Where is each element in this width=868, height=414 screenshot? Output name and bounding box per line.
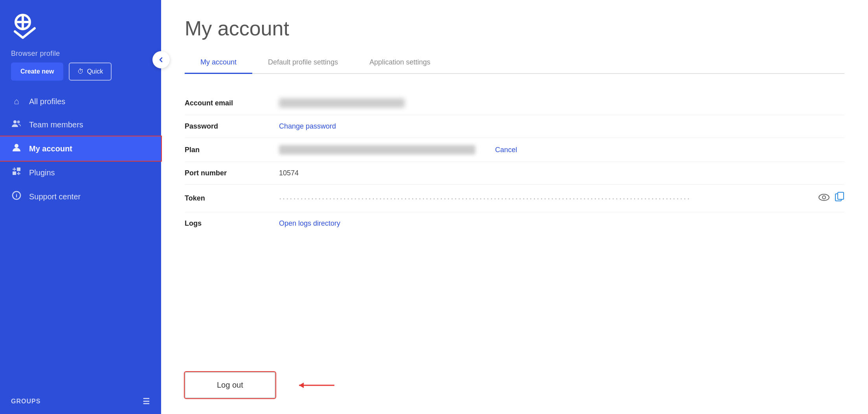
nav-support-center-label: Support center [29,192,81,201]
browser-profile-label: Browser profile [0,50,161,63]
svg-rect-6 [13,171,16,175]
app-logo [0,0,161,50]
token-label: Token [185,194,263,202]
logs-label: Logs [185,219,263,228]
sidebar: Browser profile Create new ⏱ Quick ⌂ All… [0,0,161,414]
account-email-value [279,98,844,108]
main-content: My account My account Default profile se… [161,0,868,414]
home-icon: ⌂ [11,96,22,107]
account-icon [11,143,22,155]
quick-button[interactable]: ⏱ Quick [69,63,112,81]
svg-point-4 [17,121,20,123]
token-copy-icon[interactable] [835,192,844,205]
nav-support-center[interactable]: i Support center [0,184,161,209]
account-email-blurred [279,98,405,108]
red-arrow-icon [295,377,338,393]
plan-label: Plan [185,146,263,154]
token-value: ········································… [279,192,844,205]
password-row: Password Change password [185,115,844,138]
team-icon [11,119,22,130]
tab-application-settings[interactable]: Application settings [354,52,446,74]
svg-text:i: i [16,193,17,199]
logs-row: Logs Open logs directory [185,212,844,235]
svg-point-3 [13,120,17,123]
account-email-label: Account email [185,99,263,107]
svg-point-11 [822,196,826,199]
password-value: Change password [279,122,844,131]
quick-icon: ⏱ [77,68,84,75]
cancel-plan-link[interactable]: Cancel [495,146,517,154]
change-password-link[interactable]: Change password [279,122,336,130]
svg-rect-13 [838,192,844,199]
arrow-annotation [295,377,338,393]
nav-all-profiles[interactable]: ⌂ All profiles [0,90,161,113]
token-row: Token ··································… [185,185,844,212]
logout-button[interactable]: Log out [185,372,275,398]
account-email-row: Account email [185,91,844,115]
sidebar-groups-section: GROUPS ☰ [0,389,161,406]
nav-all-profiles-label: All profiles [29,97,65,106]
nav-plugins-label: Plugins [29,168,55,177]
password-label: Password [185,122,263,131]
tabs-bar: My account Default profile settings Appl… [185,52,844,74]
groups-filter-icon[interactable]: ☰ [143,397,150,406]
account-form: Account email Password Change password P… [161,74,868,364]
sidebar-toggle-button[interactable] [152,51,170,68]
quick-label: Quick [87,68,103,75]
groups-label: GROUPS [11,398,40,405]
svg-marker-15 [299,383,304,388]
info-icon: i [11,191,22,202]
create-new-button[interactable]: Create new [11,63,63,81]
token-show-icon[interactable] [818,192,829,204]
plan-row: Plan Cancel [185,138,844,162]
plan-value: Cancel [279,145,844,155]
port-number-label: Port number [185,169,263,177]
svg-rect-7 [17,167,20,171]
token-dots: ········································… [279,193,813,204]
nav-plugins[interactable]: Plugins [0,161,161,184]
main-header: My account My account Default profile se… [161,0,868,74]
sidebar-buttons: Create new ⏱ Quick [0,63,161,90]
nav-my-account[interactable]: My account [0,136,161,161]
svg-point-10 [819,194,829,201]
plugins-icon [11,167,22,178]
nav-team-members-label: Team members [29,120,83,129]
tab-my-account[interactable]: My account [185,52,252,74]
svg-point-5 [15,144,18,148]
open-logs-directory-link[interactable]: Open logs directory [279,219,340,227]
plan-blurred [279,145,475,155]
logout-area: Log out [161,364,868,414]
nav-my-account-label: My account [29,144,72,153]
page-title: My account [185,17,844,40]
port-number-row: Port number 10574 [185,162,844,184]
port-number-value: 10574 [279,169,844,177]
nav-team-members[interactable]: Team members [0,113,161,136]
tab-default-profile-settings[interactable]: Default profile settings [252,52,354,74]
token-field-row: ········································… [279,192,844,205]
logs-value: Open logs directory [279,219,844,228]
